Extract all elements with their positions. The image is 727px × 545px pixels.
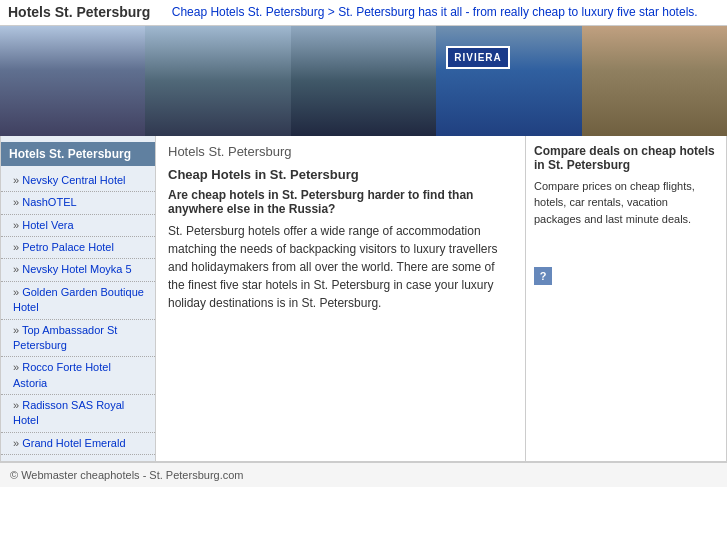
header-tagline: Cheap Hotels St. Petersburg > St. Peters… xyxy=(150,4,719,21)
right-panel-body: Compare prices on cheap flights, hotels,… xyxy=(534,178,718,228)
page-title: Hotels St. Petersburg xyxy=(8,4,150,20)
right-panel-title: Compare deals on cheap hotels in St. Pet… xyxy=(534,144,718,172)
right-panel: Compare deals on cheap hotels in St. Pet… xyxy=(526,136,726,461)
sidebar-item-nevsky-central[interactable]: Nevsky Central Hotel xyxy=(1,170,155,192)
sidebar-item-top-ambassador[interactable]: Top Ambassador St Petersburg xyxy=(1,320,155,358)
sidebar-title: Hotels St. Petersburg xyxy=(1,142,155,166)
help-icon[interactable]: ? xyxy=(534,267,552,285)
sidebar-item-rocco-forte[interactable]: Rocco Forte Hotel Astoria xyxy=(1,357,155,395)
footer: © Webmaster cheaphotels - St. Petersburg… xyxy=(0,462,727,487)
sidebar-item-grand-hotel-emerald[interactable]: Grand Hotel Emerald xyxy=(1,433,155,455)
banner-image: RIVIERA xyxy=(0,26,727,136)
content-body: St. Petersburg hotels offer a wide range… xyxy=(168,222,513,312)
content-heading: Hotels St. Petersburg xyxy=(168,144,513,159)
banner-section-1 xyxy=(0,26,145,136)
banner-section-3 xyxy=(291,26,436,136)
sidebar: Hotels St. Petersburg Nevsky Central Hot… xyxy=(1,136,156,461)
banner-sign: RIVIERA xyxy=(446,46,510,69)
content-question: Are cheap hotels in St. Petersburg harde… xyxy=(168,188,513,216)
banner-section-2 xyxy=(145,26,290,136)
banner-section-4: RIVIERA xyxy=(436,26,581,136)
content-subheading: Cheap Hotels in St. Petersburg xyxy=(168,167,513,182)
sidebar-item-nashotel[interactable]: NashOTEL xyxy=(1,192,155,214)
sidebar-item-radisson[interactable]: Radisson SAS Royal Hotel xyxy=(1,395,155,433)
sidebar-item-nevsky-moyka[interactable]: Nevsky Hotel Moyka 5 xyxy=(1,259,155,281)
sidebar-item-hotel-vera[interactable]: Hotel Vera xyxy=(1,215,155,237)
sidebar-item-golden-garden[interactable]: Golden Garden Boutique Hotel xyxy=(1,282,155,320)
main-content: Hotels St. Petersburg Cheap Hotels in St… xyxy=(156,136,526,461)
banner-section-5 xyxy=(582,26,727,136)
sidebar-item-petro-palace[interactable]: Petro Palace Hotel xyxy=(1,237,155,259)
footer-text: © Webmaster cheaphotels - St. Petersburg… xyxy=(10,469,244,481)
